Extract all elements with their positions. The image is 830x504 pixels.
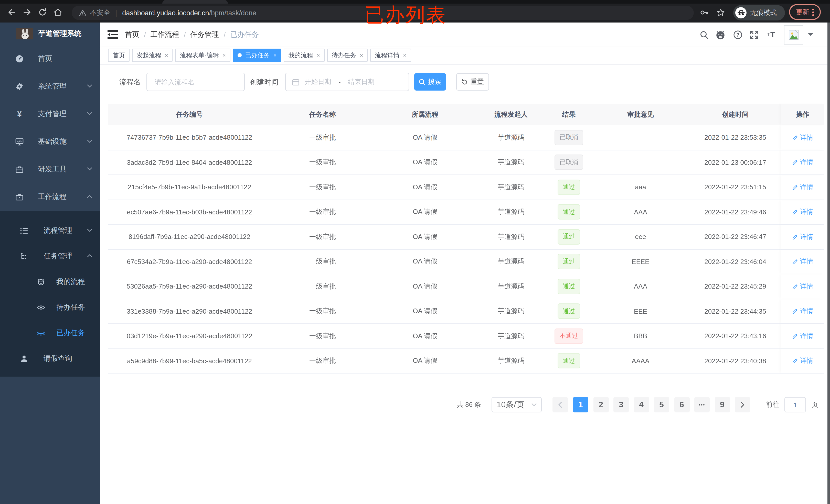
sidebar-item-home[interactable]: 首页 [0,45,100,73]
search-button[interactable]: 搜索 [414,73,446,91]
page-scrollbar[interactable] [827,23,830,504]
tab-process-detail[interactable]: 流程详情× [370,48,411,62]
eye-closed-icon [37,329,45,337]
detail-button[interactable]: 详情 [792,183,813,192]
table-row: ec507ae6-7b9a-11ec-b03b-acde48001122 一级审… [108,200,824,225]
detail-button[interactable]: 详情 [792,332,813,341]
reset-button[interactable]: 重置 [456,73,489,91]
close-icon[interactable]: × [317,53,320,58]
sidebar-item-payment[interactable]: ¥ 支付管理 [0,100,100,128]
tab-process-form-edit[interactable]: 流程表单-编辑× [175,48,230,62]
sidebar-item-infrastructure[interactable]: 基础设施 [0,128,100,156]
app-logo[interactable]: 芋道管理系统 [0,23,100,45]
caret-down-icon[interactable] [808,33,813,38]
close-icon[interactable]: × [360,53,363,58]
start-date-placeholder[interactable]: 开始日期 [305,77,331,87]
app-header: 首页 / 工作流程 / 任务管理 / 已办任务 ? TT [100,23,830,46]
browser-update-button[interactable]: 更新 [789,4,821,20]
url-divider: | [115,9,117,17]
tab-done-tasks[interactable]: 已办任务× [233,48,281,62]
sidebar-item-leave-query[interactable]: 请假查询 [0,346,100,371]
detail-button[interactable]: 详情 [792,133,813,142]
sidebar-item-process-management[interactable]: 流程管理 [0,218,100,243]
help-icon[interactable]: ? [733,30,742,39]
sidebar-item-task-management[interactable]: 任务管理 [0,243,100,269]
sidebar-item-my-process[interactable]: 我的流程 [0,269,100,295]
status-badge: 通过 [557,304,580,319]
page-size-select[interactable]: 10条/页 [491,397,542,412]
detail-button[interactable]: 详情 [792,357,813,366]
detail-button[interactable]: 详情 [792,207,813,217]
tab-home[interactable]: 首页 [108,48,130,62]
prev-page-button[interactable] [552,397,568,412]
close-icon[interactable]: × [403,53,406,58]
edit-icon [792,283,798,290]
detail-button[interactable]: 详情 [792,307,813,316]
sidebar-fold-icon[interactable] [107,30,118,39]
tab-todo-tasks[interactable]: 待办任务× [327,48,368,62]
jump-unit: 页 [811,397,818,412]
home-icon[interactable] [52,7,63,18]
detail-button[interactable]: 详情 [792,282,813,291]
page-button-5[interactable]: 5 [654,397,669,412]
close-icon[interactable]: × [222,53,226,58]
page-button-3[interactable]: 3 [613,397,629,412]
chevron-down-icon [87,229,92,232]
tab-start-process[interactable]: 发起流程× [132,48,173,62]
annotation-done-list: 已办列表 [364,2,446,28]
back-icon[interactable] [6,7,18,18]
status-badge: 通过 [557,204,580,220]
table-row: 8196daff-7b9a-11ec-a290-acde48001122 一级审… [108,225,824,249]
sidebar-item-label: 任务管理 [43,252,72,261]
incognito-badge[interactable]: 无痕模式 [733,5,785,21]
date-range-input[interactable]: 开始日期 - 结束日期 [285,73,409,91]
chevron-right-icon [740,402,744,408]
detail-button[interactable]: 详情 [792,232,813,241]
page-button-1[interactable]: 1 [573,397,588,412]
more-pages-button[interactable]: ••• [694,397,710,412]
edit-icon [792,159,798,166]
browser-active-tab[interactable] [162,0,228,4]
page-button-9[interactable]: 9 [714,397,730,412]
breadcrumb-home[interactable]: 首页 [125,30,139,39]
github-icon[interactable] [716,30,725,39]
end-date-placeholder[interactable]: 结束日期 [348,77,375,87]
col-task-name: 任务名称 [271,104,374,125]
sidebar-item-label: 工作流程 [38,192,67,202]
sidebar-item-todo-tasks[interactable]: 待办任务 [0,295,100,320]
next-page-button[interactable] [735,397,750,412]
page-button-2[interactable]: 2 [593,397,609,412]
close-icon[interactable]: × [274,53,277,58]
breadcrumb-task-management[interactable]: 任务管理 [190,30,219,39]
detail-button[interactable]: 详情 [792,158,813,167]
font-size-icon[interactable]: TT [767,30,776,39]
star-icon[interactable] [715,7,726,18]
reload-icon[interactable] [37,7,48,18]
table-row: 3adac3d2-7b9d-11ec-8404-acde48001122 一级审… [108,150,824,175]
more-menu-icon [812,8,814,16]
jump-page-input[interactable] [785,397,806,412]
range-separator: - [339,78,341,86]
fullscreen-icon[interactable] [749,30,759,39]
page-button-6[interactable]: 6 [674,397,690,412]
process-name-field[interactable] [147,73,245,91]
close-icon[interactable]: × [165,53,168,58]
status-badge: 通过 [557,353,580,369]
tab-my-process[interactable]: 我的流程× [284,48,325,62]
sidebar-item-done-tasks[interactable]: 已办任务 [0,320,100,346]
breadcrumb-workflow[interactable]: 工作流程 [151,30,179,39]
page-button-4[interactable]: 4 [634,397,649,412]
sidebar-item-label: 首页 [38,54,52,63]
security-label[interactable]: 不安全 [90,8,110,18]
key-icon[interactable] [698,7,710,18]
forward-icon[interactable] [22,7,33,18]
detail-button[interactable]: 详情 [792,257,813,266]
process-name-input[interactable] [147,73,244,91]
url-path[interactable]: /bpm/task/done [209,9,257,16]
sidebar-item-system[interactable]: 系统管理 [0,73,100,100]
search-icon[interactable] [699,30,709,39]
sidebar-item-workflow[interactable]: 工作流程 [0,183,100,211]
url-domain[interactable]: dashboard.yudao.iocoder.cn [122,9,209,16]
avatar[interactable] [784,25,803,44]
sidebar-item-dev-tools[interactable]: 研发工具 [0,156,100,183]
